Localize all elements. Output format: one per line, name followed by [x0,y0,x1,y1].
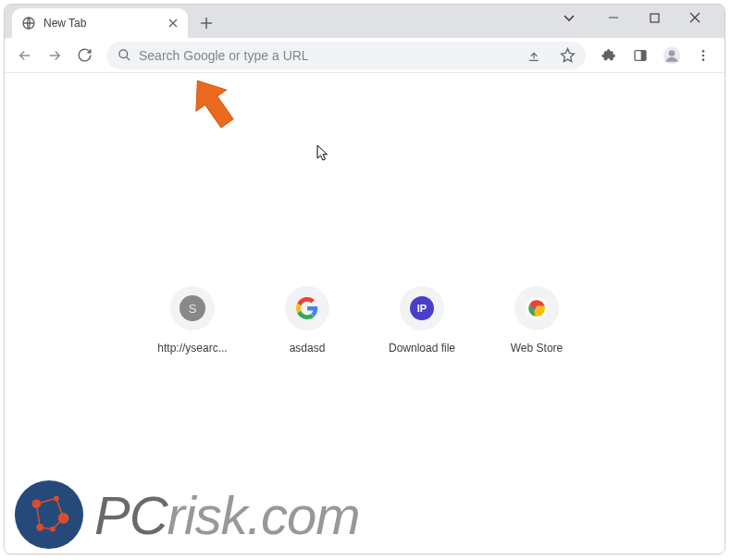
shortcut-favicon [514,286,559,330]
shortcut-label: Download file [389,342,455,355]
toolbar [5,38,725,73]
address-bar[interactable] [106,42,586,69]
omnibox-input[interactable] [139,48,514,63]
share-icon[interactable] [521,43,547,68]
shortcut-favicon: IP [400,286,444,330]
svg-point-8 [702,54,705,56]
tab-search-icon[interactable] [556,5,582,31]
shortcut-tile[interactable]: asdasd [270,286,344,355]
svg-rect-1 [650,14,659,22]
forward-button[interactable] [42,43,68,68]
close-tab-icon[interactable] [166,16,180,31]
svg-point-6 [669,50,675,56]
google-icon [296,297,318,319]
watermark-text: PCrisk.com [94,484,359,546]
shortcut-favicon [285,286,329,330]
shortcut-label: http://ysearc... [157,342,227,355]
svg-point-7 [702,50,705,53]
watermark-seal-icon [13,479,85,551]
svg-point-12 [15,480,83,549]
shortcut-tile[interactable]: Web Store [500,286,574,355]
watermark: PCrisk.com [13,479,359,551]
tabs-area: New Tab [5,5,549,38]
back-button[interactable] [12,43,38,68]
extensions-icon[interactable] [595,43,623,68]
ip-icon: IP [410,296,434,320]
close-window-button[interactable] [682,5,708,31]
letter-icon: S [180,295,205,321]
tab-title: New Tab [43,17,158,30]
maximize-button[interactable] [641,5,667,31]
bookmark-icon[interactable] [554,43,580,68]
shortcut-favicon: S [170,286,215,330]
webstore-icon [525,296,549,320]
sidepanel-icon[interactable] [626,43,654,68]
window-controls [549,5,725,38]
minimize-button[interactable] [601,5,626,31]
cursor-icon [316,144,329,165]
svg-rect-4 [641,50,646,60]
menu-icon[interactable] [689,43,717,68]
svg-point-9 [702,58,705,61]
shortcut-label: Web Store [511,342,563,355]
globe-icon [21,16,36,31]
shortcut-tile[interactable]: IP Download file [385,286,459,355]
browser-tab[interactable]: New Tab [12,8,188,38]
profile-icon[interactable] [658,43,686,68]
new-tab-button[interactable] [193,10,219,36]
shortcuts-grid: S http://ysearc... asdasd IP Download fi… [155,286,574,355]
reload-button[interactable] [71,43,97,68]
browser-window: New Tab [4,4,725,554]
svg-point-2 [119,50,128,58]
shortcut-label: asdasd [290,342,326,355]
search-icon [118,48,131,62]
shortcut-tile[interactable]: S http://ysearc... [155,286,229,355]
title-bar: New Tab [5,5,725,38]
